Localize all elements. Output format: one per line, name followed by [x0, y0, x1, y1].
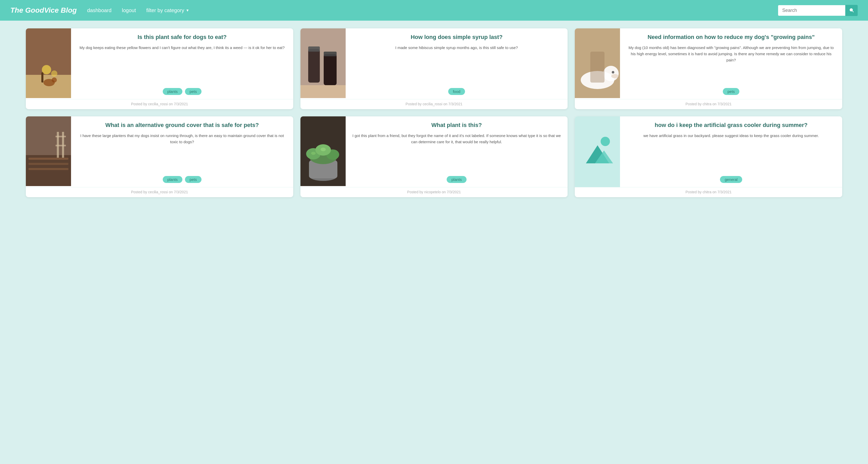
- card-top: What plant is this? I got this plant fro…: [301, 117, 568, 187]
- card-top: How long does simple syrup last? I made …: [301, 28, 568, 99]
- card-footer: Posted by cecilia_rossi on 7/3/2021: [26, 99, 293, 109]
- svg-rect-18: [590, 52, 604, 82]
- svg-rect-11: [324, 52, 337, 56]
- svg-point-16: [611, 74, 618, 78]
- card-tags: pets: [723, 88, 739, 95]
- posts-grid: Is this plant safe for dogs to eat? My d…: [0, 21, 868, 205]
- card-body: Is this plant safe for dogs to eat? My d…: [71, 28, 293, 99]
- card-footer: Posted by chitra on 7/3/2021: [575, 99, 842, 109]
- card-excerpt: My dog keeps eating these yellow flowers…: [80, 45, 285, 51]
- svg-rect-1: [26, 75, 71, 98]
- svg-rect-8: [308, 49, 320, 82]
- svg-rect-40: [581, 163, 614, 171]
- tag-badge[interactable]: pets: [185, 176, 202, 183]
- card-footer: Posted by cecilia_rossi on 7/3/2021: [26, 187, 293, 197]
- card-footer: Posted by chitra on 7/3/2021: [575, 187, 842, 197]
- card-title: How long does simple syrup last?: [411, 34, 503, 41]
- svg-point-17: [612, 71, 614, 73]
- card-image: [26, 28, 71, 99]
- card-footer: Posted by nicopetelo on 7/3/2021: [301, 187, 568, 197]
- tag-badge[interactable]: plants: [447, 176, 466, 183]
- card-top: What is an alternative ground cover that…: [26, 117, 293, 187]
- svg-point-35: [320, 147, 326, 151]
- svg-point-15: [603, 66, 619, 81]
- card-title: What plant is this?: [431, 122, 482, 129]
- card-image: [301, 117, 346, 187]
- card-tags: plantspets: [163, 176, 202, 183]
- tag-badge[interactable]: food: [448, 88, 465, 95]
- card-body: How long does simple syrup last? I made …: [346, 28, 568, 99]
- card-title: Need information on how to reduce my dog…: [648, 34, 815, 41]
- card-excerpt: I made some hibiscus simple syrup months…: [395, 45, 518, 51]
- nav-dashboard[interactable]: dashboard: [87, 7, 112, 13]
- post-card[interactable]: How long does simple syrup last? I made …: [301, 28, 568, 109]
- post-card[interactable]: Need information on how to reduce my dog…: [575, 28, 842, 109]
- card-image: [301, 28, 346, 99]
- search-button[interactable]: [845, 5, 858, 16]
- card-title: Is this plant safe for dogs to eat?: [137, 34, 226, 41]
- svg-point-3: [51, 70, 57, 77]
- filter-label: filter by category: [146, 7, 184, 13]
- card-top: Is this plant safe for dogs to eat? My d…: [26, 28, 293, 99]
- tag-badge[interactable]: general: [720, 176, 742, 183]
- card-footer: Posted by cecilia_rossi on 7/3/2021: [301, 99, 568, 109]
- tag-badge[interactable]: pets: [185, 88, 202, 95]
- svg-point-6: [52, 77, 57, 82]
- card-image: [575, 28, 620, 99]
- card-excerpt: My dog (10 months old) has been diagnose…: [626, 45, 836, 63]
- card-body: What plant is this? I got this plant fro…: [346, 117, 568, 187]
- search-input[interactable]: [778, 5, 845, 16]
- chevron-down-icon: ▼: [186, 8, 189, 12]
- svg-rect-4: [41, 72, 43, 82]
- card-body: Need information on how to reduce my dog…: [620, 28, 842, 99]
- tag-badge[interactable]: plants: [163, 88, 182, 95]
- search-wrapper: [778, 5, 858, 16]
- card-title: how do i keep the artificial grass coole…: [655, 122, 808, 129]
- svg-rect-12: [301, 85, 346, 98]
- card-body: how do i keep the artificial grass coole…: [620, 117, 842, 187]
- card-image-placeholder: [575, 117, 620, 187]
- svg-rect-23: [28, 168, 68, 170]
- svg-rect-9: [308, 46, 320, 52]
- svg-rect-26: [56, 136, 66, 137]
- card-tags: general: [720, 176, 742, 183]
- nav-filter-dropdown[interactable]: filter by category ▼: [146, 7, 189, 13]
- svg-rect-22: [28, 163, 68, 165]
- card-body: What is an alternative ground cover that…: [71, 117, 293, 187]
- post-card[interactable]: Is this plant safe for dogs to eat? My d…: [26, 28, 293, 109]
- card-tags: plants: [447, 176, 466, 183]
- card-excerpt: I have these large planters that my dogs…: [77, 133, 287, 145]
- post-card[interactable]: What is an alternative ground cover that…: [26, 117, 293, 197]
- svg-point-37: [601, 137, 610, 146]
- nav-links: dashboard logout filter by category ▼: [87, 7, 768, 13]
- tag-badge[interactable]: plants: [163, 176, 182, 183]
- tag-badge[interactable]: pets: [723, 88, 739, 95]
- svg-point-36: [311, 152, 316, 155]
- card-top: how do i keep the artificial grass coole…: [575, 117, 842, 187]
- svg-rect-10: [324, 54, 337, 85]
- svg-rect-21: [28, 158, 68, 160]
- card-image: [26, 117, 71, 187]
- svg-rect-27: [56, 145, 66, 146]
- post-card[interactable]: how do i keep the artificial grass coole…: [575, 117, 842, 197]
- site-brand: The GoodVice Blog: [10, 6, 77, 14]
- card-title: What is an alternative ground cover that…: [105, 122, 259, 129]
- navbar: The GoodVice Blog dashboard logout filte…: [0, 0, 868, 21]
- card-excerpt: I got this plant from a friend, but they…: [351, 133, 562, 145]
- nav-logout[interactable]: logout: [122, 7, 136, 13]
- card-tags: plantspets: [163, 88, 202, 95]
- card-excerpt: we have artificial grass in our backyard…: [643, 133, 819, 139]
- search-icon: [849, 7, 854, 13]
- post-card[interactable]: What plant is this? I got this plant fro…: [301, 117, 568, 197]
- card-top: Need information on how to reduce my dog…: [575, 28, 842, 99]
- card-tags: food: [448, 88, 465, 95]
